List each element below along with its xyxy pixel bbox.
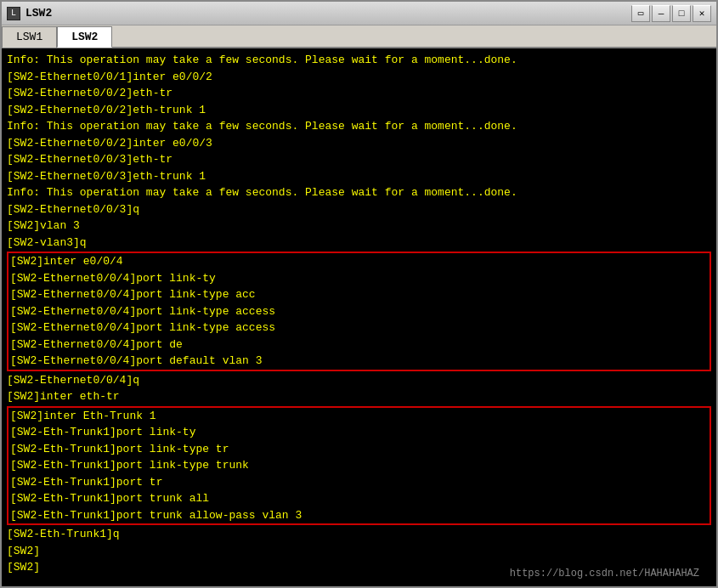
terminal-line: [SW2-Eth-Trunk1]port link-type tr bbox=[8, 441, 710, 458]
terminal-line: Info: This operation may take a few seco… bbox=[7, 184, 711, 201]
terminal-line: [SW2-Ethernet0/0/2]inter e0/0/3 bbox=[7, 135, 711, 152]
title-bar: L LSW2 ▭ — □ ✕ bbox=[2, 2, 716, 25]
terminal-line: [SW2-Ethernet0/0/4]port link-type access bbox=[8, 303, 710, 320]
terminal-line: [SW2-vlan3]q bbox=[7, 235, 711, 252]
window-title: LSW2 bbox=[25, 7, 52, 20]
minimize-button[interactable]: — bbox=[652, 5, 670, 22]
terminal-line: [SW2] bbox=[7, 543, 711, 560]
terminal-line: [SW2-Ethernet0/0/4]port link-type access bbox=[8, 319, 710, 336]
terminal-line: [SW2-Ethernet0/0/3]eth-trunk 1 bbox=[7, 168, 711, 185]
terminal-line: [SW2-Eth-Trunk1]port link-ty bbox=[8, 424, 710, 441]
highlight-block-2: [SW2]inter Eth-Trunk 1[SW2-Eth-Trunk1]po… bbox=[7, 406, 711, 526]
restore-button[interactable]: ▭ bbox=[631, 5, 650, 22]
terminal-line: [SW2-Ethernet0/0/4]port de bbox=[8, 336, 710, 353]
main-window: L LSW2 ▭ — □ ✕ LSW1 LSW2 Info: This oper… bbox=[0, 0, 718, 588]
tab-lsw1[interactable]: LSW1 bbox=[2, 26, 57, 48]
terminal-line: [SW2-Eth-Trunk1]port trunk allow-pass vl… bbox=[8, 507, 710, 524]
watermark: https://blog.csdn.net/HAHAHAHAZ bbox=[510, 566, 699, 581]
terminal-line: [SW2-Eth-Trunk1]port link-type trunk bbox=[8, 457, 710, 474]
terminal-line: Info: This operation may take a few seco… bbox=[7, 118, 711, 135]
terminal-line: [SW2-Eth-Trunk1]port tr bbox=[8, 474, 710, 491]
terminal-line: [SW2-Ethernet0/0/1]inter e0/0/2 bbox=[7, 69, 711, 86]
tab-bar: LSW1 LSW2 bbox=[2, 25, 716, 48]
terminal-line: [SW2]inter eth-tr bbox=[7, 388, 711, 405]
terminal-line: [SW2-Ethernet0/0/4]q bbox=[7, 372, 711, 389]
terminal-line: [SW2-Ethernet0/0/2]eth-trunk 1 bbox=[7, 102, 711, 119]
terminal-line: [SW2-Ethernet0/0/2]eth-tr bbox=[7, 85, 711, 102]
terminal-line: [SW2-Ethernet0/0/3]q bbox=[7, 201, 711, 218]
maximize-button[interactable]: □ bbox=[672, 5, 691, 22]
terminal-area[interactable]: Info: This operation may take a few seco… bbox=[2, 48, 716, 586]
tab-lsw2[interactable]: LSW2 bbox=[57, 26, 112, 48]
highlight-block-1: [SW2]inter e0/0/4[SW2-Ethernet0/0/4]port… bbox=[7, 252, 711, 371]
terminal-line: [SW2-Eth-Trunk1]q bbox=[7, 526, 711, 543]
terminal-line: Info: This operation may take a few seco… bbox=[7, 52, 711, 69]
terminal-line: [SW2-Ethernet0/0/4]port link-type acc bbox=[8, 286, 710, 303]
terminal-line: [SW2-Ethernet0/0/4]port link-ty bbox=[8, 270, 710, 287]
title-bar-left: L LSW2 bbox=[7, 7, 52, 20]
terminal-line: [SW2]inter e0/0/4 bbox=[8, 253, 710, 270]
window-icon: L bbox=[7, 7, 20, 20]
terminal-line: [SW2-Ethernet0/0/3]eth-tr bbox=[7, 151, 711, 168]
terminal-line: [SW2-Ethernet0/0/4]port default vlan 3 bbox=[8, 353, 710, 370]
terminal-line: [SW2-Eth-Trunk1]port trunk all bbox=[8, 490, 710, 507]
window-controls: ▭ — □ ✕ bbox=[631, 5, 711, 22]
close-button[interactable]: ✕ bbox=[693, 5, 711, 22]
terminal-line: [SW2]inter Eth-Trunk 1 bbox=[8, 408, 710, 425]
terminal-line: [SW2]vlan 3 bbox=[7, 218, 711, 235]
